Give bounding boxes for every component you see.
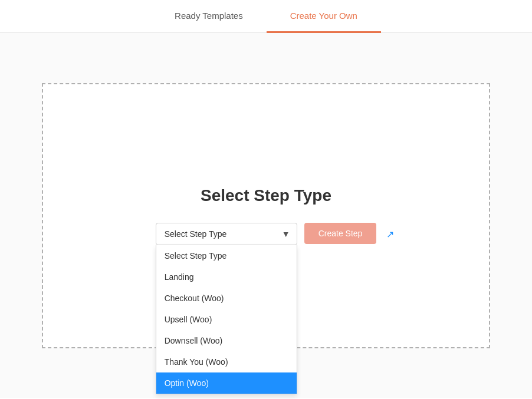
dropdown-option-downsell-woo[interactable]: Downsell (Woo) [156,330,297,351]
dashed-box: Select Step Type Select Step Type ▼ Sele… [42,83,490,348]
dropdown-display[interactable]: Select Step Type [156,223,297,245]
dropdown-option-thank-you-woo[interactable]: Thank You (Woo) [156,351,297,372]
page-title: Select Step Type [201,186,331,205]
tab-ready-templates[interactable]: Ready Templates [151,0,267,33]
dropdown-option-select[interactable]: Select Step Type [156,245,297,266]
dropdown-option-upsell-woo[interactable]: Upsell (Woo) [156,309,297,330]
dropdown-menu: Select Step Type Landing Checkout (Woo) … [156,245,297,394]
tab-bar: Ready Templates Create Your Own [0,0,532,33]
dropdown-option-landing[interactable]: Landing [156,266,297,288]
controls-row: Select Step Type ▼ Select Step Type Land… [156,223,377,245]
dropdown-wrapper: Select Step Type ▼ Select Step Type Land… [156,223,297,245]
create-step-button[interactable]: Create Step [304,223,377,244]
tab-create-your-own[interactable]: Create Your Own [267,0,381,33]
dropdown-option-optin-woo[interactable]: Optin (Woo) [156,372,297,394]
main-content: Select Step Type Select Step Type ▼ Sele… [0,33,532,398]
expand-icon: ↗ [386,228,394,239]
dropdown-option-checkout-woo[interactable]: Checkout (Woo) [156,288,297,309]
